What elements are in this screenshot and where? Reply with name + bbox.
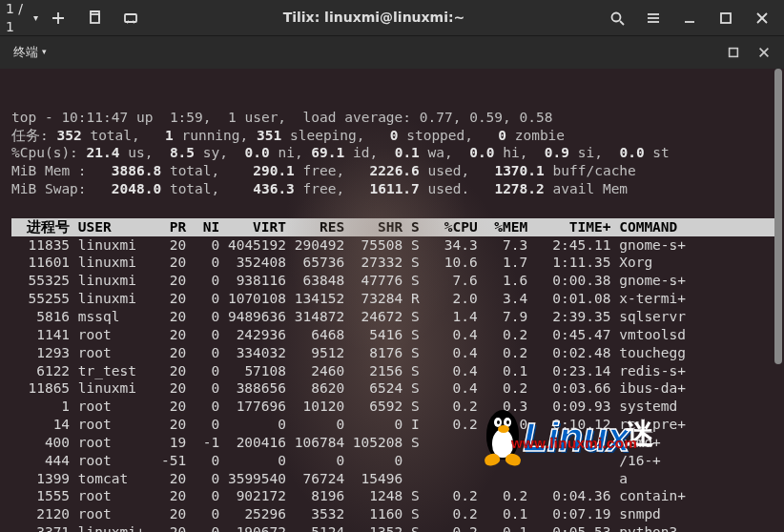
process-row: 3371 linuxmi+20019067251241352 S0.20.10:… — [11, 523, 774, 532]
scrollbar[interactable] — [773, 69, 782, 532]
tab-close-button[interactable] — [752, 42, 776, 63]
svg-rect-8 — [721, 13, 731, 23]
sync-input-button[interactable] — [114, 5, 147, 31]
process-row: 11865 linuxmi20038865686206524 S0.40.20:… — [11, 379, 774, 398]
process-row: 11601 linuxmi2003524086573627332 S10.61.… — [11, 254, 774, 272]
scrollbar-thumb[interactable] — [774, 69, 782, 364]
process-row: 1141 root20024293664685416 S0.40.20:45.4… — [11, 326, 774, 344]
svg-line-3 — [620, 21, 624, 25]
close-button[interactable] — [746, 5, 778, 31]
process-row: 444 root-510000 /16-+ — [11, 452, 774, 470]
menu-button[interactable] — [637, 5, 670, 31]
terminal-pane[interactable]: top - 10:11:47 up 1:59, 1 user, load ave… — [0, 69, 784, 532]
maximize-button[interactable] — [710, 5, 742, 31]
process-row: 1 root200177696101206592 S0.20.30:09.93 … — [11, 398, 774, 416]
process-row: 14 root200000 I0.20.00:10.12 rcu_pre+ — [11, 416, 774, 434]
process-row: 5816 mssql200948963631487224672 S1.47.92… — [11, 308, 774, 326]
process-row: 55325 linuxmi2009381166384847776 S7.61.6… — [11, 272, 774, 290]
session-counter[interactable]: 1 / 1 ▾ — [6, 5, 38, 31]
window-title: Tilix: linuxmi@linuxmi:~ — [147, 9, 601, 26]
process-row: 2120 root2002529635321160 S0.20.10:07.19… — [11, 505, 774, 523]
process-row: 11835 linuxmi200404519229049275508 S34.3… — [11, 236, 774, 255]
tab-maximize-button[interactable] — [721, 42, 746, 63]
terminal-tab[interactable]: 终端 ▾ — [8, 41, 52, 65]
svg-point-2 — [612, 12, 621, 21]
process-row: 55255 linuxmi200107010813415273284 R2.03… — [11, 290, 774, 308]
window-titlebar: 1 / 1 ▾ Tilix: linuxmi@linuxmi:~ — [0, 0, 784, 36]
svg-rect-1 — [125, 14, 136, 22]
svg-rect-0 — [91, 14, 99, 23]
process-row: 400 root19-1200416106784105208 S temd+ — [11, 434, 774, 452]
process-row: 1399 tomcat20035995407672415496 a — [11, 470, 774, 488]
process-row: 6122 tr_test2005710824602156 S0.40.10:23… — [11, 362, 774, 380]
process-row: 1555 root20090217281961248 S0.20.20:04.3… — [11, 487, 774, 505]
terminal-tabbar: 终端 ▾ — [0, 36, 784, 69]
process-row: 1293 root20033403295128176 S0.40.20:02.4… — [11, 344, 774, 362]
search-button[interactable] — [601, 5, 633, 31]
process-list: 11835 linuxmi200404519229049275508 S34.3… — [11, 236, 774, 532]
minimize-button[interactable] — [673, 5, 706, 31]
top-summary: top - 10:11:47 up 1:59, 1 user, load ave… — [11, 109, 774, 198]
new-window-button[interactable] — [78, 5, 111, 31]
add-terminal-button[interactable] — [42, 5, 74, 31]
svg-rect-11 — [730, 49, 738, 57]
column-headers: 进程号 USERPRNIVIRTRESSHR S%CPU%MEMTIME+ CO… — [11, 218, 774, 236]
